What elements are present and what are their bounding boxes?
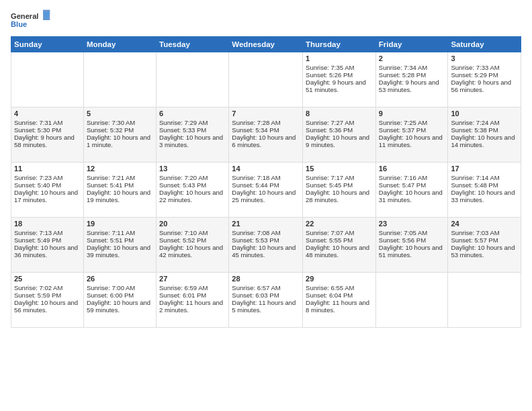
- day-content: Daylight: 10 hours and 17 minutes.: [14, 189, 81, 203]
- week-row-5: 25Sunrise: 7:02 AMSunset: 5:59 PMDayligh…: [11, 273, 521, 328]
- day-content: Daylight: 10 hours and 11 minutes.: [379, 134, 445, 148]
- day-content: Sunset: 6:00 PM: [87, 291, 153, 299]
- day-content: Sunrise: 7:35 AM: [306, 64, 373, 71]
- day-cell: 3Sunrise: 7:33 AMSunset: 5:29 PMDaylight…: [448, 52, 521, 107]
- day-content: Sunset: 5:32 PM: [87, 126, 153, 134]
- calendar-header-row: SundayMondayTuesdayWednesdayThursdayFrid…: [11, 37, 521, 52]
- day-content: Sunrise: 7:27 AM: [306, 119, 373, 126]
- day-content: Daylight: 9 hours and 53 minutes.: [379, 79, 445, 93]
- day-number: 9: [379, 109, 445, 118]
- col-header-friday: Friday: [375, 37, 448, 52]
- day-cell: 20Sunrise: 7:10 AMSunset: 5:52 PMDayligh…: [157, 218, 229, 273]
- day-cell: 16Sunrise: 7:16 AMSunset: 5:47 PMDayligh…: [375, 163, 448, 218]
- day-cell: 26Sunrise: 7:00 AMSunset: 6:00 PMDayligh…: [83, 273, 156, 328]
- day-cell: 24Sunrise: 7:03 AMSunset: 5:57 PMDayligh…: [448, 218, 521, 273]
- svg-text:Blue: Blue: [11, 20, 27, 28]
- day-number: 13: [159, 165, 226, 173]
- day-content: Sunset: 5:40 PM: [14, 181, 81, 189]
- day-number: 4: [14, 109, 81, 118]
- day-cell: 28Sunrise: 6:57 AMSunset: 6:03 PMDayligh…: [229, 273, 303, 328]
- day-content: Sunrise: 7:10 AM: [159, 229, 226, 236]
- day-content: Sunset: 6:01 PM: [159, 291, 226, 299]
- day-number: 8: [306, 109, 373, 118]
- day-content: Daylight: 10 hours and 14 minutes.: [451, 134, 518, 148]
- day-content: Sunset: 5:33 PM: [159, 126, 226, 134]
- day-content: Daylight: 11 hours and 5 minutes.: [232, 299, 300, 314]
- day-content: Sunset: 5:37 PM: [379, 126, 445, 134]
- day-cell: 29Sunrise: 6:55 AMSunset: 6:04 PMDayligh…: [303, 273, 376, 328]
- day-cell: 2Sunrise: 7:34 AMSunset: 5:28 PMDaylight…: [375, 52, 448, 107]
- day-content: Sunrise: 7:16 AM: [379, 174, 445, 181]
- day-number: 14: [232, 165, 300, 173]
- day-cell: [448, 273, 521, 328]
- day-content: Sunrise: 7:00 AM: [87, 284, 153, 291]
- day-content: Daylight: 10 hours and 42 minutes.: [159, 244, 226, 259]
- day-content: Sunrise: 7:08 AM: [232, 229, 300, 236]
- day-number: 2: [379, 54, 445, 62]
- day-content: Sunrise: 7:20 AM: [159, 174, 226, 181]
- week-row-2: 4Sunrise: 7:31 AMSunset: 5:30 PMDaylight…: [11, 107, 521, 163]
- day-content: Sunset: 5:26 PM: [306, 71, 373, 79]
- day-content: Sunset: 6:04 PM: [306, 291, 373, 299]
- day-content: Sunrise: 7:28 AM: [232, 119, 300, 126]
- day-number: 3: [451, 54, 518, 62]
- day-content: Sunrise: 7:17 AM: [306, 174, 373, 181]
- day-content: Daylight: 9 hours and 56 minutes.: [451, 79, 518, 93]
- day-content: Sunset: 5:44 PM: [232, 181, 300, 189]
- day-cell: 25Sunrise: 7:02 AMSunset: 5:59 PMDayligh…: [11, 273, 84, 328]
- week-row-3: 11Sunrise: 7:23 AMSunset: 5:40 PMDayligh…: [11, 163, 521, 218]
- day-content: Sunset: 5:47 PM: [379, 181, 445, 189]
- day-content: Sunset: 5:41 PM: [87, 181, 153, 189]
- day-content: Sunset: 5:30 PM: [14, 126, 81, 134]
- day-content: Sunrise: 7:30 AM: [87, 119, 153, 126]
- day-cell: [375, 273, 448, 328]
- svg-text:General: General: [11, 12, 38, 20]
- day-content: Sunrise: 7:11 AM: [87, 229, 153, 236]
- col-header-tuesday: Tuesday: [157, 37, 229, 52]
- day-content: Daylight: 10 hours and 48 minutes.: [306, 244, 373, 259]
- day-content: Sunset: 5:51 PM: [87, 236, 153, 244]
- day-content: Sunset: 5:56 PM: [379, 236, 445, 244]
- calendar-table: SundayMondayTuesdayWednesdayThursdayFrid…: [11, 36, 521, 328]
- day-number: 27: [159, 275, 226, 283]
- day-content: Daylight: 10 hours and 9 minutes.: [306, 134, 373, 148]
- day-number: 1: [306, 54, 373, 62]
- day-content: Sunrise: 6:59 AM: [159, 284, 226, 291]
- day-cell: 13Sunrise: 7:20 AMSunset: 5:43 PMDayligh…: [157, 163, 229, 218]
- day-number: 22: [306, 220, 373, 228]
- page: General Blue SundayMondayTuesdayWednesda…: [0, 0, 532, 411]
- day-content: Daylight: 10 hours and 36 minutes.: [14, 244, 81, 259]
- day-content: Daylight: 10 hours and 56 minutes.: [14, 299, 81, 314]
- day-number: 21: [232, 220, 300, 228]
- day-content: Sunset: 5:36 PM: [306, 126, 373, 134]
- day-cell: [157, 52, 229, 107]
- day-number: 24: [451, 220, 518, 228]
- day-cell: [83, 52, 156, 107]
- day-cell: 11Sunrise: 7:23 AMSunset: 5:40 PMDayligh…: [11, 163, 84, 218]
- day-content: Sunrise: 7:24 AM: [451, 119, 518, 126]
- day-content: Daylight: 10 hours and 19 minutes.: [87, 189, 153, 203]
- day-content: Daylight: 10 hours and 1 minute.: [87, 134, 153, 148]
- day-cell: 5Sunrise: 7:30 AMSunset: 5:32 PMDaylight…: [83, 107, 156, 163]
- day-number: 17: [451, 165, 518, 173]
- day-cell: 14Sunrise: 7:18 AMSunset: 5:44 PMDayligh…: [229, 163, 303, 218]
- day-number: 25: [14, 275, 81, 283]
- day-content: Daylight: 10 hours and 3 minutes.: [159, 134, 226, 148]
- day-content: Sunset: 5:34 PM: [232, 126, 300, 134]
- day-cell: 18Sunrise: 7:13 AMSunset: 5:49 PMDayligh…: [11, 218, 84, 273]
- day-content: Sunset: 5:52 PM: [159, 236, 226, 244]
- week-row-4: 18Sunrise: 7:13 AMSunset: 5:49 PMDayligh…: [11, 218, 521, 273]
- day-content: Sunset: 5:59 PM: [14, 291, 81, 299]
- day-cell: 19Sunrise: 7:11 AMSunset: 5:51 PMDayligh…: [83, 218, 156, 273]
- day-content: Sunset: 6:03 PM: [232, 291, 300, 299]
- day-cell: 22Sunrise: 7:07 AMSunset: 5:55 PMDayligh…: [303, 218, 376, 273]
- day-content: Sunrise: 7:02 AM: [14, 284, 81, 291]
- day-number: 28: [232, 275, 300, 283]
- col-header-sunday: Sunday: [11, 37, 84, 52]
- day-content: Sunrise: 7:33 AM: [451, 64, 518, 71]
- week-row-1: 1Sunrise: 7:35 AMSunset: 5:26 PMDaylight…: [11, 52, 521, 107]
- header: General Blue: [11, 8, 521, 32]
- day-content: Sunset: 5:57 PM: [451, 236, 518, 244]
- day-content: Sunrise: 7:03 AM: [451, 229, 518, 236]
- day-number: 11: [14, 165, 81, 173]
